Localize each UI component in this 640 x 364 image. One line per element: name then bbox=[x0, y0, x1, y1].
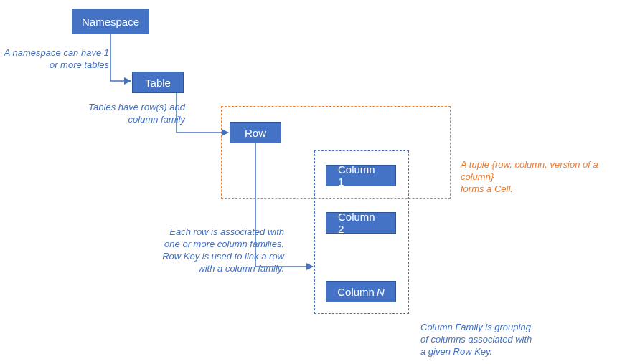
table-annotation: Tables have row(s) andcolumn family bbox=[77, 102, 185, 126]
namespace-annotation: A namespace can have 1or more tables bbox=[0, 47, 109, 72]
arrow-namespace-table bbox=[110, 34, 131, 81]
table-box: Table bbox=[132, 72, 184, 93]
cell-annotation: A tuple {row, column, version of a colum… bbox=[461, 159, 633, 196]
column-family-boundary bbox=[314, 150, 409, 314]
namespace-box: Namespace bbox=[72, 9, 149, 34]
family-annotation: Column Family is groupingof columns asso… bbox=[420, 322, 542, 358]
row-annotation: Each row is associated withone or more c… bbox=[148, 226, 284, 275]
